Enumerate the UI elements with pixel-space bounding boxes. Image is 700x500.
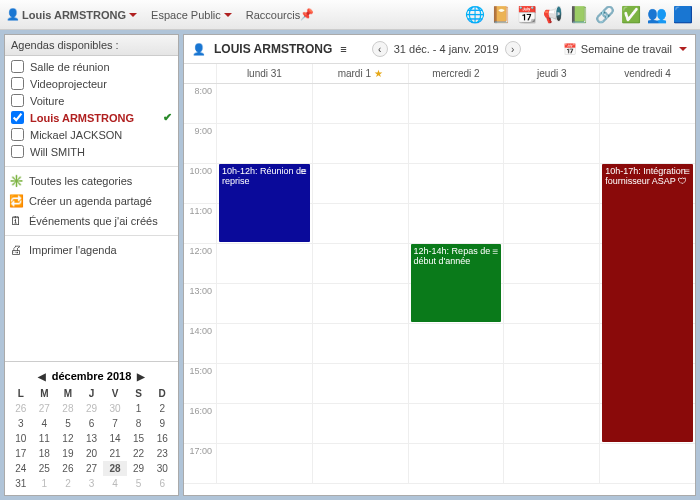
time-slot[interactable] [216,324,312,363]
time-slot[interactable] [503,364,599,403]
calendar-icon[interactable]: 📆 [516,4,538,26]
calendar-item[interactable]: Salle de réunion [9,58,174,75]
all-categories[interactable]: ✳️Toutes les categories [5,171,178,191]
prev-month[interactable]: ◀ [38,371,46,382]
time-slot[interactable] [408,204,504,243]
mini-cal-day[interactable]: 5 [127,476,151,491]
time-slot[interactable]: 12h-14h: Repas de début d'année≡ [408,244,504,283]
time-slot[interactable] [503,124,599,163]
app-icon[interactable]: 🟦 [672,4,694,26]
mini-cal-day[interactable]: 29 [80,401,104,416]
time-slot[interactable] [312,244,408,283]
mini-cal-day[interactable]: 2 [150,401,174,416]
print-agenda[interactable]: 🖨Imprimer l'agenda [5,240,178,260]
mini-cal-day[interactable]: 26 [56,461,80,476]
time-slot[interactable] [503,84,599,123]
time-slot[interactable] [503,204,599,243]
time-slot[interactable] [599,364,695,403]
calendar-checkbox[interactable] [11,94,24,107]
time-slot[interactable] [503,164,599,203]
time-slot[interactable] [599,204,695,243]
mini-cal-day[interactable]: 24 [9,461,33,476]
megaphone-icon[interactable]: 📢 [542,4,564,26]
time-slot[interactable] [408,324,504,363]
calendar-item[interactable]: Voiture [9,92,174,109]
time-slot[interactable] [599,244,695,283]
view-selector[interactable]: 📅 Semaine de travail [563,43,687,56]
calendar-checkbox[interactable] [11,128,24,141]
mini-cal-day[interactable]: 13 [80,431,104,446]
time-slot[interactable] [408,444,504,483]
time-slot[interactable] [599,404,695,443]
mini-cal-day[interactable]: 20 [80,446,104,461]
time-slot[interactable] [503,444,599,483]
mini-cal-day[interactable]: 23 [150,446,174,461]
shortcuts-menu[interactable]: Raccourcis 📌 [246,8,314,21]
mini-cal-day[interactable]: 19 [56,446,80,461]
time-slot[interactable] [408,364,504,403]
calendar-item[interactable]: Videoprojecteur [9,75,174,92]
calendar-checkbox[interactable] [11,60,24,73]
mini-cal-day[interactable]: 29 [127,461,151,476]
prev-week[interactable]: ‹ [372,41,388,57]
mini-cal-day[interactable]: 21 [103,446,127,461]
time-slot[interactable] [599,444,695,483]
mini-cal-day[interactable]: 11 [33,431,57,446]
mini-cal-day[interactable]: 15 [127,431,151,446]
calendar-item[interactable]: Louis ARMSTRONG✔ [9,109,174,126]
mini-cal-day[interactable]: 9 [150,416,174,431]
time-slot[interactable] [599,124,695,163]
contacts-icon[interactable]: 📗 [568,4,590,26]
my-events[interactable]: 🗓Événements que j'ai créés [5,211,178,231]
mini-cal-day[interactable]: 3 [80,476,104,491]
people-icon[interactable]: 👥 [646,4,668,26]
event-menu-icon[interactable]: ≡ [493,246,499,257]
mini-cal-day[interactable]: 4 [103,476,127,491]
mini-cal-day[interactable]: 28 [103,461,127,476]
calendar-item[interactable]: Mickael JACKSON [9,126,174,143]
time-slot[interactable]: 10h-12h: Réunion de reprise≡ [216,164,312,203]
time-slot[interactable] [503,404,599,443]
link-icon[interactable]: 🔗 [594,4,616,26]
time-slot[interactable] [312,204,408,243]
next-week[interactable]: › [505,41,521,57]
mini-cal-day[interactable]: 3 [9,416,33,431]
mini-cal-day[interactable]: 27 [80,461,104,476]
time-slot[interactable] [503,324,599,363]
user-menu[interactable]: 👤 Louis ARMSTRONG [6,8,137,21]
time-slot[interactable] [599,324,695,363]
mini-cal-day[interactable]: 30 [103,401,127,416]
event-menu-icon[interactable]: ≡ [684,166,690,177]
owner-menu-icon[interactable]: ≡ [340,43,346,55]
mini-cal-day[interactable]: 12 [56,431,80,446]
time-slot[interactable] [312,324,408,363]
book-icon[interactable]: 📔 [490,4,512,26]
mini-cal-day[interactable]: 30 [150,461,174,476]
space-menu[interactable]: Espace Public [151,9,232,21]
create-shared[interactable]: 🔁Créer un agenda partagé [5,191,178,211]
time-slot[interactable] [408,284,504,323]
next-month[interactable]: ▶ [137,371,145,382]
check-icon[interactable]: ✅ [620,4,642,26]
mini-cal-day[interactable]: 22 [127,446,151,461]
time-slot[interactable] [503,244,599,283]
time-slot[interactable] [312,364,408,403]
time-slot[interactable] [312,404,408,443]
mini-cal-day[interactable]: 16 [150,431,174,446]
mini-cal-day[interactable]: 8 [127,416,151,431]
time-slot[interactable] [216,284,312,323]
calendar-checkbox[interactable] [11,145,24,158]
time-slot[interactable] [312,284,408,323]
mini-cal-day[interactable]: 4 [33,416,57,431]
time-slot[interactable] [216,444,312,483]
time-slot[interactable] [312,164,408,203]
mini-cal-day[interactable]: 14 [103,431,127,446]
mini-cal-day[interactable]: 7 [103,416,127,431]
mini-cal-day[interactable]: 2 [56,476,80,491]
time-slot[interactable] [312,444,408,483]
time-slot[interactable] [216,364,312,403]
calendar-checkbox[interactable] [11,77,24,90]
event-menu-icon[interactable]: ≡ [301,166,307,177]
time-slot[interactable] [408,164,504,203]
mini-cal-day[interactable]: 6 [150,476,174,491]
